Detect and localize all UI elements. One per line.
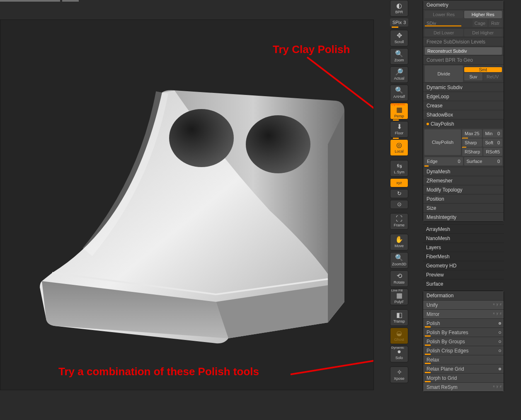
persp-button[interactable]: Dynamic ▦Persp bbox=[390, 103, 408, 119]
axis-y-button[interactable]: ↻ bbox=[390, 189, 408, 198]
actual-button[interactable]: 🔎Actual bbox=[390, 66, 408, 83]
surface-section[interactable]: Surface bbox=[423, 279, 504, 288]
xyz-button[interactable]: xyz bbox=[390, 178, 408, 187]
rotate-button[interactable]: ⟲Rotate bbox=[390, 270, 408, 287]
claypolish-rsharp-slider[interactable]: RSharp bbox=[462, 148, 482, 156]
local-button[interactable]: ◎Local bbox=[390, 139, 408, 156]
zoom-button[interactable]: 🔍Zoom bbox=[390, 48, 408, 65]
suv-button[interactable]: Suv bbox=[464, 73, 483, 80]
position-section[interactable]: Position bbox=[423, 194, 504, 203]
arraymesh-section[interactable]: ArrayMesh bbox=[423, 224, 504, 233]
polyf-button[interactable]: Line Fill ▦PolyF bbox=[390, 289, 408, 305]
move-button[interactable]: ✋Move bbox=[390, 234, 408, 250]
lower-res-button[interactable]: Lower Res bbox=[425, 11, 463, 18]
svg-point-0 bbox=[169, 109, 234, 167]
claypolish-soft-slider[interactable]: Soft0 bbox=[483, 138, 502, 147]
polish-slider[interactable]: Polish bbox=[423, 318, 504, 328]
geometry-header[interactable]: Geometry bbox=[423, 0, 504, 10]
claypolish-surface-slider[interactable]: Surface0 bbox=[464, 157, 503, 165]
bpr-button[interactable]: ◐BPR bbox=[390, 0, 408, 17]
morph-to-grid-slider[interactable]: Morph to Grid bbox=[423, 373, 504, 382]
del-lower-button[interactable]: Del Lower bbox=[425, 29, 463, 36]
zoom3d-button[interactable]: 🔍Zoom3D bbox=[390, 252, 408, 269]
solo-button[interactable]: Dynamic ●Solo bbox=[390, 346, 408, 362]
aahalf-button[interactable]: 🔍AAHalf bbox=[390, 85, 408, 101]
claypolish-sharp-slider[interactable]: Sharp bbox=[462, 138, 482, 147]
geometryhd-section[interactable]: Geometry HD bbox=[423, 261, 504, 270]
polish-by-groups-slider[interactable]: Polish By Groups bbox=[423, 337, 504, 346]
axis-z-button[interactable]: ⊙ bbox=[390, 200, 408, 209]
spix-slider[interactable]: SPix3 bbox=[390, 18, 408, 27]
cage-button[interactable]: Cage bbox=[473, 19, 487, 27]
svg-point-1 bbox=[246, 115, 310, 173]
modify-topology-section[interactable]: Modify Topology bbox=[423, 185, 504, 194]
annotation-arrow-top bbox=[303, 53, 374, 148]
divide-button[interactable]: Divide bbox=[425, 66, 463, 82]
zremesher-section[interactable]: ZRemesher bbox=[423, 176, 504, 185]
claypolish-section-header[interactable]: ClayPolish bbox=[423, 119, 504, 128]
size-section[interactable]: Size bbox=[423, 203, 504, 212]
freeze-subdiv-button[interactable]: Freeze SubDivision Levels bbox=[423, 37, 504, 46]
viewport-icon-column: ◐BPR SPix3 ✥Scroll 🔍Zoom 🔎Actual 🔍AAHalf… bbox=[389, 0, 410, 385]
relax-plane-grid-slider[interactable]: Relax Plane Grid bbox=[423, 364, 504, 373]
model-preview bbox=[38, 78, 344, 347]
claypolish-rsoft-slider[interactable]: RSoft5 bbox=[483, 148, 502, 156]
rstr-button[interactable]: Rstr bbox=[489, 19, 502, 27]
polish-by-features-slider[interactable]: Polish By Features bbox=[423, 328, 504, 337]
layers-section[interactable]: Layers bbox=[423, 243, 504, 252]
mirror-button[interactable]: Mirrorx y z bbox=[423, 309, 504, 318]
smt-button[interactable]: Smt bbox=[464, 67, 502, 72]
reconstruct-subdiv-button[interactable]: Reconstruct Subdiv bbox=[425, 47, 502, 55]
frame-button[interactable]: ⛶Frame bbox=[390, 213, 408, 230]
claypolish-max-slider[interactable]: Max25 bbox=[462, 129, 482, 138]
viewport[interactable]: Try Clay Polish Try a combination of the… bbox=[0, 19, 374, 390]
fibermesh-section[interactable]: FiberMesh bbox=[423, 252, 504, 261]
svg-line-3 bbox=[291, 354, 374, 374]
transp-button[interactable]: ◧Transp bbox=[390, 309, 408, 326]
floor-button[interactable]: ⬇Floor bbox=[390, 121, 408, 138]
xpose-button[interactable]: ✧Xpose bbox=[390, 367, 408, 383]
scroll-button[interactable]: ✥Scroll bbox=[390, 30, 408, 46]
del-higher-button[interactable]: Del Higher bbox=[464, 29, 502, 36]
preview-section[interactable]: Preview bbox=[423, 270, 504, 279]
ghost-button[interactable]: ◒Ghost bbox=[390, 328, 408, 344]
crease-section[interactable]: Crease bbox=[423, 101, 504, 110]
polish-crisp-edges-slider[interactable]: Polish Crisp Edges bbox=[423, 346, 504, 355]
deformation-header[interactable]: Deformation bbox=[423, 291, 504, 300]
unify-button[interactable]: Unifyx y z bbox=[423, 300, 504, 309]
sdiv-slider[interactable]: SDiv bbox=[425, 21, 471, 26]
edgeloop-section[interactable]: EdgeLoop bbox=[423, 92, 504, 101]
claypolish-button[interactable]: ClayPolish bbox=[424, 129, 461, 155]
geometry-panel: Geometry Lower Res Higher Res SDiv Cage … bbox=[423, 0, 504, 222]
dynamic-subdiv-section[interactable]: Dynamic Subdiv bbox=[423, 83, 504, 92]
svg-line-2 bbox=[307, 57, 374, 140]
claypolish-min-slider[interactable]: Min0 bbox=[483, 129, 502, 138]
dynamesh-section[interactable]: DynaMesh bbox=[423, 167, 504, 176]
relax-slider[interactable]: Relax bbox=[423, 355, 504, 364]
convert-bpr-button[interactable]: Convert BPR To Geo bbox=[423, 55, 504, 64]
annotation-bottom: Try a combination of these Polish tools bbox=[58, 365, 259, 378]
claypolish-edge-slider[interactable]: Edge0 bbox=[424, 157, 463, 165]
lsym-button[interactable]: ⇆L.Sym bbox=[390, 160, 408, 177]
higher-res-button[interactable]: Higher Res bbox=[464, 11, 502, 18]
meshintegrity-section[interactable]: MeshIntegrity bbox=[423, 212, 504, 221]
annotation-arrow-bottom bbox=[291, 352, 374, 385]
tool-sections-list: ArrayMesh NanoMesh Layers FiberMesh Geom… bbox=[423, 224, 504, 288]
reuv-button[interactable]: ReUV bbox=[483, 73, 502, 80]
deformation-panel: Deformation Unifyx y z Mirrorx y z Polis… bbox=[423, 291, 504, 392]
shadowbox-section[interactable]: ShadowBox bbox=[423, 110, 504, 119]
smart-resym-button[interactable]: Smart ReSymx y z bbox=[423, 382, 504, 391]
nanomesh-section[interactable]: NanoMesh bbox=[423, 233, 504, 243]
